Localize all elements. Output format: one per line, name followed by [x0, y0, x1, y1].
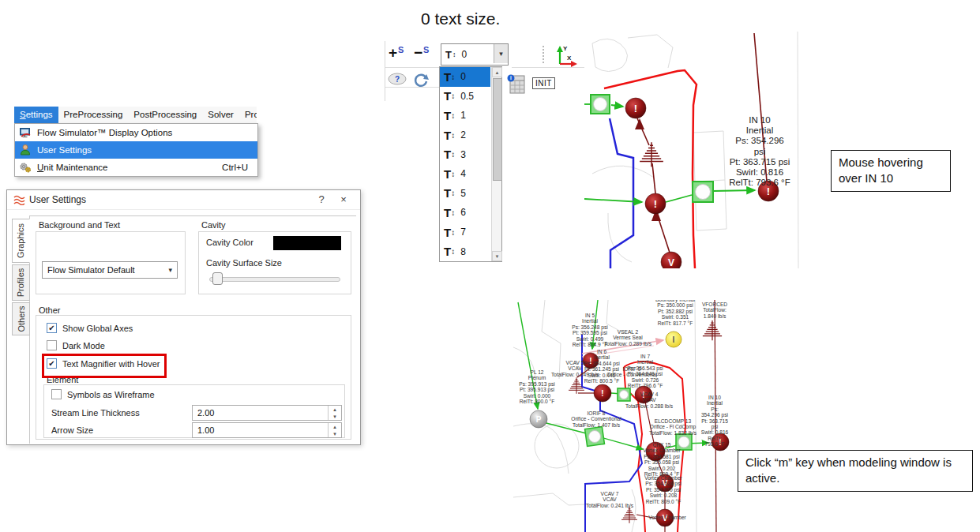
menubar-preprocessing[interactable]: PreProcessing: [58, 107, 129, 123]
node-mark: V: [668, 257, 674, 268]
node-mark: P: [536, 415, 542, 424]
init-button[interactable]: INIT: [532, 77, 555, 89]
spin-down-icon[interactable]: ▾: [329, 430, 341, 437]
dropdown-scrollbar[interactable]: ▲ ▼: [491, 67, 501, 261]
scrollbar-thumb[interactable]: [493, 78, 502, 181]
node-restrictor[interactable]: !: [594, 384, 611, 402]
settings-menu-popup: Flow Simulator™ Display Options User Set…: [14, 123, 258, 177]
dropdown-item-4[interactable]: T↕4: [440, 164, 490, 184]
menu-item-unit-maintenance[interactable]: Unit Maintenance Ctrl+U: [15, 159, 257, 176]
cavity-surface-size-slider[interactable]: [209, 277, 340, 282]
menu-item-display-options[interactable]: Flow Simulator™ Display Options: [15, 124, 257, 141]
spin-down-icon[interactable]: ▾: [329, 413, 341, 420]
dropdown-item-3[interactable]: T↕3: [440, 144, 490, 164]
callout-mouse-hover: Mouse hovering over IN 10: [831, 150, 951, 192]
menubar-solver[interactable]: Solver: [202, 107, 239, 123]
item-value: 4: [460, 168, 466, 179]
dropdown-item-6[interactable]: T↕6: [440, 203, 490, 223]
dropdown-item-7[interactable]: T↕7: [440, 223, 490, 242]
updown-arrow-icon: ↕: [451, 92, 455, 100]
scroll-down-button[interactable]: ▼: [492, 251, 502, 261]
spin-up-icon[interactable]: ▴: [329, 423, 341, 430]
menubar-pro[interactable]: Pro: [239, 107, 257, 123]
gears-icon: [19, 161, 32, 174]
chamber-square[interactable]: [591, 95, 610, 114]
calculator-icon[interactable]: i: [507, 73, 528, 96]
node-restrictor[interactable]: !: [625, 98, 646, 118]
checkbox-label: Symbols as Wireframe: [67, 390, 155, 399]
slider-handle[interactable]: [212, 272, 223, 285]
annotation-iorif8: IORIF 8 Orifice - Conventional TotalFlow…: [571, 410, 621, 428]
stream-line: [611, 105, 623, 107]
cavity-color-swatch[interactable]: [273, 236, 341, 250]
node-partial[interactable]: V: [661, 252, 681, 268]
help-balloon-icon[interactable]: ?: [387, 73, 409, 87]
spin-up-icon[interactable]: ▴: [329, 406, 341, 413]
user-settings-icon: [19, 144, 32, 156]
dropdown-item-0[interactable]: T↕0: [440, 67, 490, 87]
dropdown-item-2[interactable]: T↕2: [440, 126, 490, 145]
cavity-color-label: Cavity Color: [206, 238, 253, 247]
text-size-icon: T: [444, 245, 451, 258]
check-icon: ✔: [48, 324, 54, 332]
dialog-help-button[interactable]: ?: [314, 193, 329, 205]
scheme-value: Flow Simulator Default: [47, 265, 135, 275]
menubar-settings[interactable]: Settings: [14, 107, 58, 123]
show-global-axes-checkbox[interactable]: ✔: [47, 323, 57, 333]
dropdown-item-0.5[interactable]: T↕0.5: [440, 87, 490, 107]
show-global-axes-row[interactable]: ✔ Show Global Axes: [47, 323, 133, 333]
background-text-heading: Background and Text: [39, 220, 120, 230]
dark-mode-row[interactable]: Dark Mode: [47, 340, 105, 350]
item-value: 3: [460, 149, 466, 160]
tab-others[interactable]: Others: [12, 302, 30, 335]
spin-arrows[interactable]: ▴ ▾: [328, 423, 341, 437]
checkbox-label: Dark Mode: [62, 341, 105, 350]
symbols-wireframe-checkbox[interactable]: [51, 389, 62, 399]
item-value: 7: [460, 227, 466, 238]
dropdown-item-1[interactable]: T↕1: [440, 106, 490, 126]
dropdown-item-8[interactable]: T↕8: [440, 242, 490, 261]
dropdown-item-5[interactable]: T↕5: [440, 184, 490, 204]
cavity-heading: Cavity: [201, 220, 226, 230]
node-restrictor[interactable]: !: [645, 193, 666, 214]
annotation-vforced: VFORCED TotalFlow: 1.840 lb/s: [701, 302, 729, 319]
tab-profiles[interactable]: Profiles: [12, 264, 30, 301]
text-size-combobox[interactable]: T ↕ 0 ▾: [441, 43, 509, 66]
text-size-icon: T: [444, 70, 451, 84]
annotation-boundary-inertial: Boundary Inertial Ps: 350.000 psi Pt: 35…: [655, 300, 695, 326]
init-label: INIT: [535, 79, 552, 88]
updown-arrow-icon: ↕: [451, 150, 455, 159]
decrease-text-size-button[interactable]: −S: [414, 44, 429, 62]
menu-item-label: Flow Simulator™ Display Options: [37, 128, 172, 137]
annotation-elcdcomp13: ELCDCOMP 13 Orifice - Fl CdComp TotalFlo…: [649, 418, 697, 436]
node-plenum[interactable]: P: [530, 410, 547, 428]
dark-mode-checkbox[interactable]: [47, 340, 57, 350]
toolbar-grip[interactable]: [543, 46, 546, 63]
dark-red-line: [652, 163, 655, 193]
scroll-up-button[interactable]: ▲: [492, 67, 502, 77]
symbols-wireframe-row[interactable]: Symbols as Wireframe: [51, 389, 155, 399]
combobox-dropdown-button[interactable]: ▾: [494, 44, 508, 63]
chamber-square[interactable]: [693, 182, 713, 202]
arrow-size-spinbox[interactable]: 1.00 ▴ ▾: [192, 422, 342, 438]
menu-item-user-settings[interactable]: User Settings: [15, 141, 257, 159]
updown-arrow-icon: ↕: [451, 131, 455, 140]
node-seal-outlet[interactable]: I: [666, 332, 681, 347]
dialog-title: User Settings: [29, 194, 86, 205]
tab-graphics[interactable]: Graphics: [12, 219, 30, 263]
dialog-close-button[interactable]: ×: [336, 193, 351, 205]
arrow-size-label: Arrow Size: [51, 425, 93, 435]
increase-text-size-button[interactable]: +S: [389, 44, 404, 62]
item-value: 0: [460, 71, 466, 82]
chamber-square[interactable]: [585, 427, 605, 447]
annotation-pl12: PL 12 Plenum Ps: 395.913 psi Pt: 395.913…: [519, 369, 554, 404]
menubar-postprocessing[interactable]: PostProcessing: [128, 107, 202, 123]
chevron-down-icon: ▾: [168, 266, 172, 274]
dialog-titlebar[interactable]: User Settings ? ×: [7, 190, 360, 210]
annotation-vcav7: VCAV 7 VCAV TotalFlow: 0.241 lb/s: [586, 491, 633, 508]
color-scheme-combobox[interactable]: Flow Simulator Default ▾: [42, 261, 178, 279]
stream-line-thickness-spinbox[interactable]: 2.00 ▴ ▾: [192, 405, 342, 421]
spin-arrows[interactable]: ▴ ▾: [328, 406, 341, 420]
plus-icon: +: [389, 44, 397, 61]
text-size-icon: T: [444, 89, 451, 103]
